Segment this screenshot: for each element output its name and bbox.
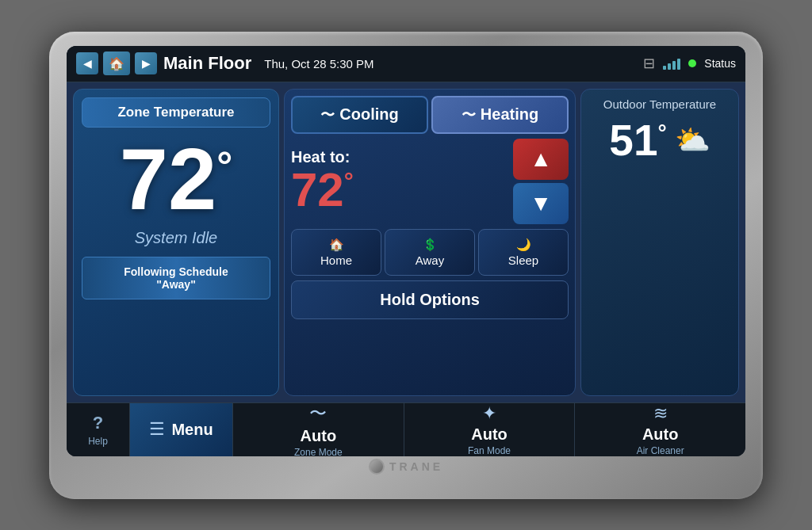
- main-content: Zone Temperature 72° System Idle Followi…: [67, 82, 745, 402]
- zone-mode-sub: Zone Mode: [294, 447, 343, 456]
- bar1: [663, 66, 666, 70]
- header-status-area: ⊟ Status: [643, 55, 736, 72]
- fan-mode-button[interactable]: ✦ Auto Fan Mode: [404, 403, 576, 456]
- center-panel: 〜 Cooling 〜 Heating Heat to: 72°: [284, 89, 576, 396]
- zone-schedule: Following Schedule "Away": [82, 257, 270, 299]
- sleep-preset-button[interactable]: 🌙 Sleep: [478, 229, 569, 276]
- cooling-icon: 〜: [320, 105, 335, 124]
- sleep-icon: 🌙: [516, 238, 531, 252]
- air-cleaner-icon: ≋: [653, 403, 668, 424]
- air-cleaner-button[interactable]: ≋ Auto Air Cleaner: [575, 403, 745, 456]
- help-button[interactable]: ? Help: [67, 403, 130, 456]
- outdoor-temp-row: 51° ⛅: [589, 119, 730, 162]
- zone-panel: Zone Temperature 72° System Idle Followi…: [73, 89, 279, 396]
- zone-temp-display: 72°: [120, 128, 232, 223]
- air-cleaner-main: Auto: [642, 425, 679, 444]
- heating-tab[interactable]: 〜 Heating: [431, 96, 569, 134]
- location-title: Main Floor: [163, 53, 251, 74]
- hold-options-button[interactable]: Hold Options: [291, 280, 569, 319]
- temp-buttons: ▲ ▼: [513, 139, 569, 224]
- home-preset-button[interactable]: 🏠 Home: [291, 229, 381, 276]
- help-icon: ?: [93, 413, 103, 433]
- menu-icon: ☰: [149, 419, 165, 440]
- outdoor-label: Outdoor Temperature: [589, 97, 730, 111]
- nav-back-button[interactable]: ◀: [76, 52, 98, 74]
- status-indicator: [688, 59, 696, 67]
- preset-buttons: 🏠 Home 💲 Away 🌙 Sleep: [291, 229, 569, 276]
- screen: ◀ 🏠 ▶ Main Floor Thu, Oct 28 5:30 PM ⊟ S…: [67, 46, 745, 456]
- mode-tabs: 〜 Cooling 〜 Heating: [291, 96, 569, 134]
- zone-label: Zone Temperature: [82, 97, 270, 128]
- temp-down-button[interactable]: ▼: [513, 183, 569, 224]
- status-label: Status: [704, 57, 736, 70]
- fan-mode-sub: Fan Mode: [468, 445, 511, 456]
- zone-temperature: 72°: [120, 135, 232, 223]
- heat-setpoint: 72°: [291, 166, 507, 214]
- bottom-bar: ? Help ☰ Menu 〜 Auto Zone Mode ✦ Auto Fa…: [67, 402, 745, 456]
- device-frame: ◀ 🏠 ▶ Main Floor Thu, Oct 28 5:30 PM ⊟ S…: [49, 32, 763, 499]
- temp-up-button[interactable]: ▲: [513, 139, 569, 180]
- help-label: Help: [88, 436, 108, 447]
- zone-mode-icon: 〜: [309, 402, 327, 425]
- datetime-display: Thu, Oct 28 5:30 PM: [264, 57, 643, 71]
- heat-info: Heat to: 72°: [291, 148, 507, 214]
- outdoor-temperature: 51°: [609, 119, 666, 162]
- home-icon-small: 🏠: [329, 238, 344, 252]
- wifi-icon: ⊟: [643, 55, 655, 72]
- header-nav: ◀ 🏠 ▶: [76, 51, 157, 75]
- heat-control: Heat to: 72° ▲ ▼: [291, 139, 569, 224]
- home-icon[interactable]: 🏠: [103, 51, 130, 75]
- air-cleaner-sub: Air Cleaner: [637, 445, 684, 456]
- heating-icon: 〜: [462, 105, 476, 124]
- zone-mode-button[interactable]: 〜 Auto Zone Mode: [233, 403, 404, 456]
- zone-mode-main: Auto: [301, 427, 337, 445]
- fan-mode-icon: ✦: [482, 403, 496, 424]
- cooling-tab[interactable]: 〜 Cooling: [291, 96, 428, 134]
- brand-name: TRANE: [389, 460, 443, 473]
- zone-status: System Idle: [135, 229, 217, 247]
- away-icon: 💲: [423, 238, 438, 252]
- header-bar: ◀ 🏠 ▶ Main Floor Thu, Oct 28 5:30 PM ⊟ S…: [67, 46, 745, 82]
- fan-mode-main: Auto: [471, 425, 508, 444]
- weather-icon: ⛅: [675, 124, 710, 157]
- menu-label: Menu: [171, 421, 213, 439]
- signal-bars: [663, 57, 680, 70]
- nav-forward-button[interactable]: ▶: [135, 52, 157, 74]
- menu-button[interactable]: ☰ Menu: [130, 403, 233, 456]
- bar4: [677, 59, 680, 70]
- bar2: [668, 63, 671, 70]
- bar3: [672, 61, 676, 70]
- trane-logo: TRANE: [369, 459, 443, 475]
- outdoor-panel: Outdoor Temperature 51° ⛅: [580, 89, 739, 396]
- trane-circle-icon: [369, 459, 385, 475]
- brand-bar: TRANE: [369, 456, 443, 477]
- away-preset-button[interactable]: 💲 Away: [385, 229, 475, 276]
